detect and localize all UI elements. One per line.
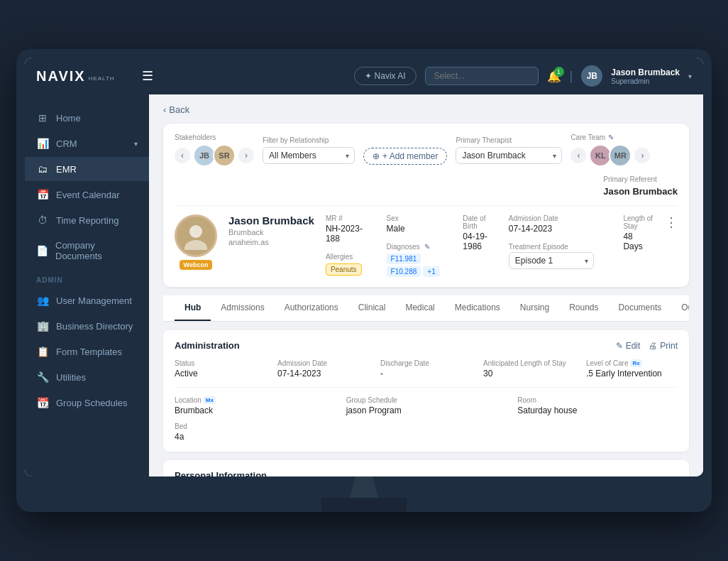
tab-medications[interactable]: Medications [445, 295, 510, 321]
menu-icon[interactable]: ☰ [142, 68, 153, 84]
stakeholder-avatar-2: SR [213, 144, 236, 167]
filter-select-wrapper: All Members Therapist Doctor [263, 147, 355, 164]
navix-ai-button[interactable]: ✦ Navix AI [354, 67, 416, 85]
sidebar-item-label: Event Calendar [56, 190, 120, 200]
webcon-badge: Webcon [180, 260, 213, 270]
stakeholders-row: Stakeholders ‹ JB SR › Filter by Relatio… [175, 134, 678, 197]
logo-sub: HEALTH [89, 75, 115, 82]
add-member-label: + Add member [382, 151, 438, 161]
admission-group: Admission Date 07-14-2023 Treatment Epis… [509, 214, 607, 277]
anticipated-los-label: Anticipated Length of Stay [483, 359, 575, 367]
episode-select-wrapper: Episode 1 Episode 2 [509, 252, 594, 269]
sidebar-item-label: EMR [56, 164, 77, 175]
anticipated-los-field: Anticipated Length of Stay 30 [483, 359, 575, 378]
patient-photo-group: Webcon [175, 214, 217, 270]
los-value: 48 Days [623, 232, 653, 251]
tab-medical[interactable]: Medical [395, 295, 444, 321]
diagnoses-label: Diagnoses ✎ [387, 243, 430, 251]
filter-select[interactable]: All Members Therapist Doctor [263, 147, 355, 164]
divider [175, 387, 678, 388]
main-layout: ⊞ Home 📊 CRM ▾ 🗂 EMR 📅 Event Calendar [25, 94, 703, 476]
edit-button[interactable]: ✎ Edit [616, 341, 641, 351]
tab-admissions[interactable]: Admissions [211, 295, 274, 321]
back-label: Back [169, 104, 189, 115]
svg-point-1 [184, 240, 207, 250]
episode-select[interactable]: Episode 1 Episode 2 [509, 252, 594, 269]
stakeholders-next-button[interactable]: › [238, 148, 254, 163]
tab-authorizations[interactable]: Authorizations [275, 295, 348, 321]
discharge-date-value: - [380, 369, 472, 378]
primary-therapist-group: Primary Therapist Jason Brumback [456, 136, 562, 164]
allergies-label: Allergies [326, 253, 353, 261]
tab-rounds[interactable]: Rounds [559, 295, 608, 321]
section-actions: ✎ Edit 🖨 Print [616, 341, 678, 351]
edit-diagnoses-icon[interactable]: ✎ [424, 243, 430, 251]
patient-name: Jason Brumback [228, 214, 314, 227]
user-chevron-icon[interactable]: ▾ [688, 72, 692, 80]
notification-count: 1 [554, 67, 564, 77]
location-field: Location Mx Brumback [175, 396, 335, 415]
diagnoses-badges: F11.981 F10.288 +1 [387, 254, 446, 277]
tab-nursing[interactable]: Nursing [510, 295, 559, 321]
mr-label: MR # [326, 214, 370, 222]
patient-fields: MR # NH-2023-188 Allergies Peanuts Sex [326, 214, 653, 277]
status-label: Status [175, 359, 266, 367]
print-button[interactable]: 🖨 Print [649, 341, 678, 351]
los-group: Length of Stay 48 Days [623, 214, 653, 277]
admission-date-label: Admission Date [277, 359, 369, 367]
schedules-icon: 📆 [36, 397, 49, 408]
sidebar-item-home[interactable]: ⊞ Home [25, 106, 149, 130]
sidebar-item-emr[interactable]: 🗂 EMR [25, 157, 149, 181]
monitor-stand [25, 476, 703, 512]
sidebar-item-label: CRM [56, 138, 77, 149]
divider: | [570, 69, 573, 84]
sidebar-item-label: Home [56, 113, 81, 124]
discharge-date-field: Discharge Date - [380, 359, 472, 378]
sidebar-item-label: Form Templates [56, 347, 122, 357]
add-member-button[interactable]: ⊕ + Add member [363, 148, 447, 165]
sidebar-item-business-directory[interactable]: 🏢 Business Directory [25, 314, 149, 338]
personal-info-header: Personal Information [175, 470, 678, 476]
user-avatar: JB [581, 65, 602, 87]
sidebar-item-form-templates[interactable]: 📋 Form Templates [25, 339, 149, 364]
sidebar-item-crm[interactable]: 📊 CRM ▾ [25, 131, 149, 156]
search-input[interactable] [425, 67, 539, 85]
sidebar-item-group-schedules[interactable]: 📆 Group Schedules [25, 391, 149, 415]
back-button[interactable]: ‹ Back [163, 104, 689, 115]
personal-info-section: Personal Information First Name Jason Mi… [163, 460, 689, 476]
edit-care-team-icon[interactable]: ✎ [608, 134, 614, 141]
more-options-button[interactable]: ⋮ [665, 214, 678, 230]
care-team-group: Care Team ✎ ‹ KL MR › [570, 134, 650, 167]
sidebar-item-company-documents[interactable]: 📄 Company Documents [25, 234, 149, 268]
notification-bell[interactable]: 🔔 1 [547, 70, 561, 83]
group-schedule-field: Group Schedule jason Program [346, 396, 507, 415]
dob-value: 04-19-1986 [463, 232, 492, 251]
stakeholders-prev-button[interactable]: ‹ [175, 148, 190, 163]
user-name: Jason Brumback [611, 67, 680, 77]
chevron-down-icon: ▾ [134, 140, 138, 148]
tab-clinical[interactable]: Clinical [348, 295, 396, 321]
tab-hub[interactable]: Hub [175, 295, 211, 321]
content-area: ‹ Back Stakeholders ‹ JB [149, 94, 703, 476]
patient-address: anaheim.as [228, 238, 314, 246]
sidebar-item-event-calendar[interactable]: 📅 Event Calendar [25, 183, 149, 207]
admin-data-grid-2: Location Mx Brumback Group Schedule jaso… [175, 396, 678, 442]
sidebar-item-time-reporting[interactable]: ⏱ Time Reporting [25, 208, 149, 232]
business-icon: 🏢 [36, 320, 49, 332]
plus-icon: ⊕ [373, 151, 380, 161]
care-team-prev-button[interactable]: ‹ [570, 148, 586, 163]
sidebar-item-label: Utilities [56, 372, 86, 383]
tab-documents[interactable]: Documents [609, 295, 672, 321]
diagnosis-badge-2: F10.288 [387, 266, 421, 277]
bed-value: 4a [175, 432, 335, 442]
care-team-next-button[interactable]: › [634, 148, 650, 163]
stand-neck [350, 476, 378, 498]
mr-value: NH-2023-188 [326, 224, 370, 244]
patient-photo [175, 214, 217, 257]
home-icon: ⊞ [36, 112, 49, 124]
tab-outcomes[interactable]: Outcomes [671, 295, 689, 321]
sidebar-item-utilities[interactable]: 🔧 Utilities [25, 365, 149, 389]
templates-icon: 📋 [36, 346, 49, 357]
therapist-select[interactable]: Jason Brumback [456, 147, 562, 164]
sidebar-item-user-management[interactable]: 👥 User Management [25, 288, 149, 312]
